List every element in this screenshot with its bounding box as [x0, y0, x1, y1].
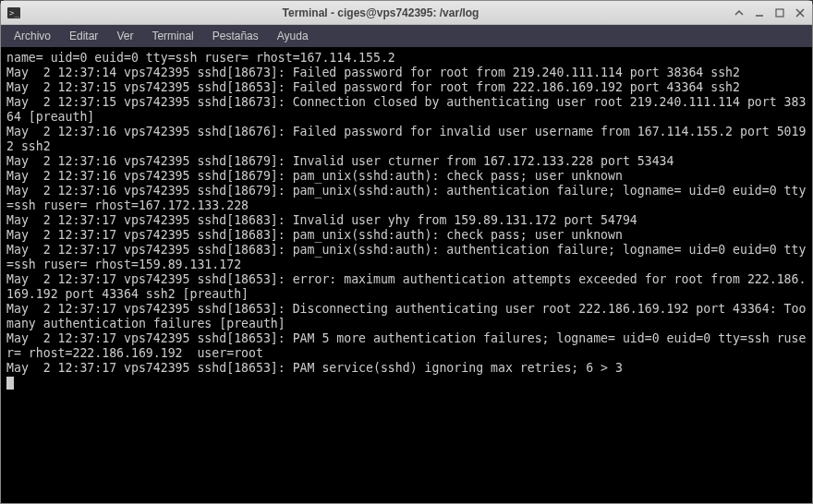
- window-controls: [733, 6, 807, 19]
- menubar: Archivo Editar Ver Terminal Pestañas Ayu…: [1, 25, 812, 47]
- menu-pestanas[interactable]: Pestañas: [205, 27, 266, 45]
- terminal-cursor: [6, 377, 14, 390]
- menu-terminal[interactable]: Terminal: [144, 27, 200, 45]
- terminal-lines: name= uid=0 euid=0 tty=ssh ruser= rhost=…: [6, 51, 812, 375]
- menu-editar[interactable]: Editar: [62, 27, 105, 45]
- svg-text:>_: >_: [9, 8, 19, 18]
- svg-rect-3: [776, 9, 783, 17]
- menu-ayuda[interactable]: Ayuda: [270, 27, 316, 45]
- terminal-icon: >_: [6, 6, 21, 20]
- menu-ver[interactable]: Ver: [109, 27, 140, 45]
- terminal-output[interactable]: name= uid=0 euid=0 tty=ssh ruser= rhost=…: [1, 47, 812, 503]
- window-title: Terminal - ciges@vps742395: /var/log: [29, 6, 733, 19]
- maximize-button[interactable]: [773, 6, 786, 19]
- rollup-button[interactable]: [733, 6, 746, 19]
- titlebar[interactable]: >_ Terminal - ciges@vps742395: /var/log: [1, 1, 812, 25]
- close-button[interactable]: [794, 6, 807, 19]
- menu-archivo[interactable]: Archivo: [6, 27, 58, 45]
- terminal-window: >_ Terminal - ciges@vps742395: /var/log …: [0, 0, 813, 504]
- minimize-button[interactable]: [753, 6, 766, 19]
